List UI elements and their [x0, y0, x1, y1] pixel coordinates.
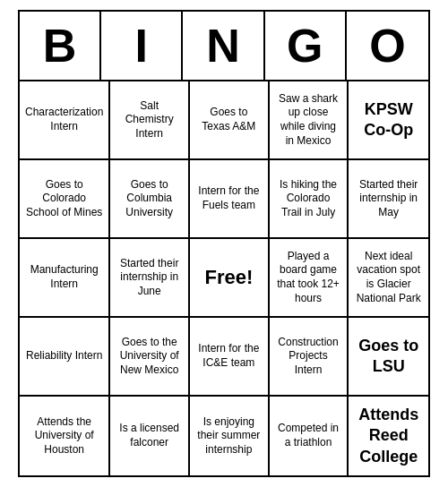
bingo-cell-23: Competed in a triathlon: [270, 397, 349, 475]
bingo-letter-i: I: [101, 12, 183, 80]
bingo-cell-text-21: Is a licensed falconer: [116, 422, 183, 449]
bingo-cell-text-17: Intern for the IC&E team: [195, 342, 263, 370]
bingo-cell-5: Goes to Colorado School of Mines: [20, 160, 110, 239]
bingo-letter-g: G: [265, 12, 347, 80]
bingo-cell-text-15: Reliability Intern: [26, 349, 102, 363]
bingo-cell-text-14: Next ideal vacation spot is Glacier Nati…: [354, 250, 423, 305]
bingo-cell-text-0: Characterization Intern: [25, 106, 103, 133]
bingo-cell-4: KPSW Co-Op: [349, 81, 428, 160]
bingo-cell-12: Free!: [190, 239, 270, 318]
bingo-cell-9: Started their internship in May: [349, 160, 428, 239]
bingo-cell-2: Goes to Texas A&M: [190, 81, 270, 160]
bingo-letter-o: O: [347, 12, 428, 80]
bingo-cell-1: Salt Chemistry Intern: [110, 81, 190, 160]
bingo-cell-3: Saw a shark up close while diving in Mex…: [270, 81, 349, 160]
bingo-cell-17: Intern for the IC&E team: [190, 318, 270, 397]
bingo-cell-text-8: Is hiking the Colorado Trail in July: [275, 178, 342, 220]
bingo-cell-text-7: Intern for the Fuels team: [195, 184, 263, 212]
bingo-cell-text-3: Saw a shark up close while diving in Mex…: [275, 92, 342, 148]
bingo-grid: Characterization InternSalt Chemistry In…: [20, 81, 428, 475]
bingo-cell-text-12: Free!: [204, 265, 253, 291]
bingo-cell-10: Manufacturing Intern: [20, 239, 110, 318]
bingo-cell-text-20: Attends the University of Houston: [25, 415, 103, 457]
bingo-cell-0: Characterization Intern: [20, 81, 110, 160]
bingo-cell-15: Reliability Intern: [20, 318, 110, 397]
bingo-cell-16: Goes to the University of New Mexico: [110, 318, 190, 397]
bingo-cell-24: Attends Reed College: [349, 397, 428, 475]
bingo-cell-text-16: Goes to the University of New Mexico: [116, 336, 183, 378]
bingo-cell-text-4: KPSW Co-Op: [354, 99, 423, 141]
bingo-cell-text-13: Played a board game that took 12+ hours: [275, 250, 342, 305]
bingo-card: BINGO Characterization InternSalt Chemis…: [18, 10, 430, 477]
bingo-cell-21: Is a licensed falconer: [110, 397, 190, 475]
bingo-cell-19: Goes to LSU: [349, 318, 428, 397]
bingo-cell-text-19: Goes to LSU: [354, 336, 423, 378]
bingo-cell-6: Goes to Columbia University: [110, 160, 190, 239]
bingo-cell-text-11: Started their internship in June: [116, 257, 183, 299]
bingo-header: BINGO: [20, 12, 428, 81]
bingo-cell-8: Is hiking the Colorado Trail in July: [270, 160, 349, 239]
bingo-cell-7: Intern for the Fuels team: [190, 160, 270, 239]
bingo-cell-text-22: Is enjoying their summer internship: [195, 415, 263, 457]
bingo-cell-11: Started their internship in June: [110, 239, 190, 318]
bingo-cell-20: Attends the University of Houston: [20, 397, 110, 475]
bingo-cell-18: Construction Projects Intern: [270, 318, 349, 397]
bingo-letter-b: B: [20, 12, 101, 80]
bingo-letter-n: N: [183, 12, 264, 80]
bingo-cell-14: Next ideal vacation spot is Glacier Nati…: [349, 239, 428, 318]
bingo-cell-text-23: Competed in a triathlon: [275, 422, 342, 449]
bingo-cell-text-24: Attends Reed College: [354, 405, 423, 467]
bingo-cell-13: Played a board game that took 12+ hours: [270, 239, 349, 318]
bingo-cell-text-2: Goes to Texas A&M: [195, 106, 263, 133]
bingo-cell-text-18: Construction Projects Intern: [275, 336, 342, 378]
bingo-cell-text-9: Started their internship in May: [354, 178, 423, 220]
bingo-cell-22: Is enjoying their summer internship: [190, 397, 270, 475]
bingo-cell-text-6: Goes to Columbia University: [116, 178, 183, 220]
bingo-cell-text-1: Salt Chemistry Intern: [116, 99, 183, 141]
bingo-cell-text-5: Goes to Colorado School of Mines: [25, 178, 103, 220]
bingo-cell-text-10: Manufacturing Intern: [25, 263, 103, 291]
